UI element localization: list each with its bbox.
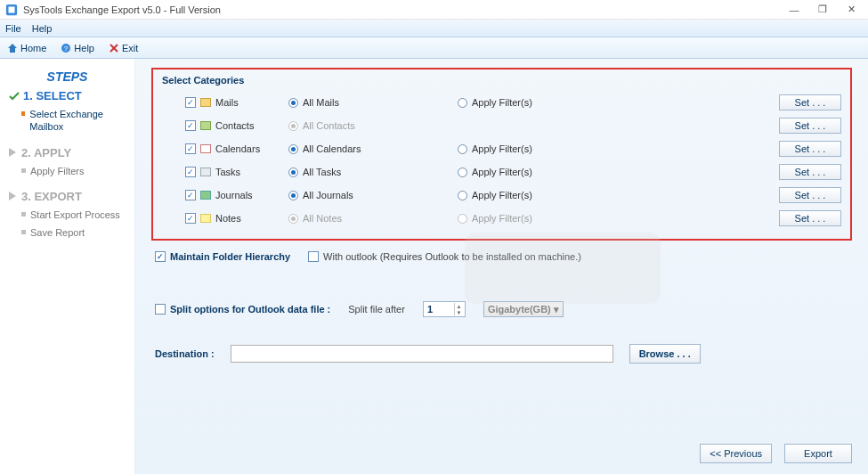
steps-heading: STEPS	[9, 69, 126, 84]
all-label: All Mails	[303, 97, 339, 108]
window-maximize-button[interactable]: ❐	[816, 4, 829, 16]
category-label: Mails	[215, 97, 239, 108]
menu-help[interactable]: Help	[32, 23, 53, 34]
bullet-icon	[21, 168, 26, 173]
category-label: Calendars	[215, 143, 260, 154]
category-row-notes: ✓NotesAll NotesApply Filter(s)Set . . .	[162, 207, 841, 230]
category-label: Journals	[215, 190, 253, 200]
step-1-sub[interactable]: Select Exchange Mailbox	[21, 108, 126, 134]
category-checkbox-contacts[interactable]: ✓	[185, 120, 196, 131]
step-1-select[interactable]: 1. SELECT	[9, 89, 126, 102]
category-label: Notes	[215, 213, 241, 224]
toolbar-home[interactable]: Home	[7, 43, 46, 53]
destination-label: Destination :	[155, 348, 215, 359]
menu-file[interactable]: File	[5, 23, 21, 34]
set-button-mails[interactable]: Set . . .	[779, 94, 841, 110]
menu-bar: File Help	[0, 20, 868, 37]
category-label: Tasks	[215, 167, 240, 177]
destination-input[interactable]	[231, 345, 613, 363]
split-option-checkbox[interactable]	[155, 304, 166, 315]
apply-filter-label: Apply Filter(s)	[472, 143, 532, 154]
step-3-sub1[interactable]: Start Export Process	[21, 208, 126, 221]
notes-icon	[200, 214, 211, 223]
bullet-icon	[21, 230, 26, 234]
with-outlook-label: With outlook (Requires Outlook to be ins…	[323, 251, 581, 262]
split-size-value: 1	[427, 304, 433, 315]
step-3-sub1-label: Start Export Process	[30, 208, 120, 221]
browse-button[interactable]: Browse . . .	[629, 344, 701, 364]
toolbar-exit-label: Exit	[122, 43, 138, 53]
toolbar-exit[interactable]: Exit	[109, 43, 138, 53]
split-unit-dropdown[interactable]: Gigabyte(GB) ▾	[483, 301, 564, 317]
maintain-hierarchy-checkbox[interactable]: ✓	[155, 251, 166, 262]
category-label: Contacts	[215, 120, 254, 131]
home-icon	[7, 43, 18, 53]
all-tasks-radio[interactable]	[288, 168, 298, 177]
all-label: All Tasks	[303, 167, 341, 177]
window-minimize-button[interactable]: —	[788, 4, 800, 16]
spinner-down-icon[interactable]: ▼	[454, 309, 463, 315]
step-1-sub-label: Select Exchange Mailbox	[29, 108, 126, 134]
apply-filter-tasks-radio[interactable]	[458, 168, 467, 177]
all-label: All Journals	[303, 190, 353, 200]
category-checkbox-tasks[interactable]: ✓	[185, 167, 196, 177]
category-row-journals: ✓JournalsAll JournalsApply Filter(s)Set …	[162, 184, 841, 207]
category-row-calendars: ✓CalendarsAll CalendarsApply Filter(s)Se…	[162, 137, 841, 160]
tasks-icon	[200, 168, 211, 176]
set-button-tasks[interactable]: Set . . .	[779, 164, 841, 180]
apply-filter-notes-radio	[458, 214, 467, 224]
step-2-sub[interactable]: Apply Filters	[21, 165, 126, 177]
split-size-spinner[interactable]: 1 ▲▼	[423, 301, 466, 317]
window-title: SysTools Exchange Export v5.0 - Full Ver…	[23, 4, 788, 15]
previous-button[interactable]: << Previous	[700, 444, 772, 463]
category-checkbox-notes[interactable]: ✓	[185, 213, 196, 224]
apply-filter-calendars-radio[interactable]	[458, 144, 467, 154]
exit-icon	[109, 43, 119, 53]
split-unit-value: Gigabyte(GB)	[488, 304, 551, 315]
category-checkbox-journals[interactable]: ✓	[185, 190, 196, 200]
step-2-label: 2. APPLY	[21, 146, 71, 159]
export-button[interactable]: Export	[784, 444, 852, 463]
all-calendars-radio[interactable]	[288, 144, 298, 154]
category-checkbox-calendars[interactable]: ✓	[185, 143, 196, 154]
apply-filter-label: Apply Filter(s)	[472, 190, 532, 200]
set-button-contacts[interactable]: Set . . .	[779, 118, 841, 134]
maintain-hierarchy-label: Maintain Folder Hierarchy	[170, 251, 290, 262]
apply-filter-label: Apply Filter(s)	[472, 97, 532, 108]
category-row-tasks: ✓TasksAll TasksApply Filter(s)Set . . .	[162, 160, 841, 184]
set-button-journals[interactable]: Set . . .	[779, 187, 841, 203]
all-mails-radio[interactable]	[288, 98, 298, 108]
step-3-export[interactable]: 3. EXPORT	[9, 190, 126, 203]
with-outlook-checkbox[interactable]	[308, 251, 319, 262]
set-button-calendars[interactable]: Set . . .	[779, 141, 841, 157]
toolbar: Home ? Help Exit	[0, 37, 868, 59]
all-label: All Calendars	[303, 143, 361, 154]
step-3-sub2[interactable]: Save Report	[21, 226, 126, 239]
window-close-button[interactable]: ✕	[845, 4, 857, 16]
app-icon	[5, 4, 18, 16]
bullet-icon	[21, 111, 25, 116]
main-panel: Select Categories ✓MailsAll MailsApply F…	[135, 59, 868, 474]
chevron-down-icon: ▾	[554, 304, 559, 315]
sidebar-steps: STEPS 1. SELECT Select Exchange Mailbox …	[0, 59, 135, 474]
toolbar-home-label: Home	[20, 43, 46, 53]
step-2-apply[interactable]: 2. APPLY	[9, 146, 126, 159]
all-label: All Contacts	[303, 120, 355, 131]
spinner-up-icon[interactable]: ▲	[454, 303, 463, 309]
step-1-label: 1. SELECT	[23, 89, 82, 102]
set-button-notes[interactable]: Set . . .	[779, 210, 841, 226]
all-contacts-radio	[288, 121, 298, 131]
apply-filter-label: Apply Filter(s)	[472, 213, 532, 224]
categories-box: Select Categories ✓MailsAll MailsApply F…	[151, 68, 852, 241]
svg-rect-1	[9, 6, 15, 12]
help-icon: ?	[61, 43, 71, 53]
category-row-mails: ✓MailsAll MailsApply Filter(s)Set . . .	[162, 91, 841, 114]
apply-filter-journals-radio[interactable]	[458, 191, 467, 200]
category-row-contacts: ✓ContactsAll ContactsSet . . .	[162, 114, 841, 137]
category-checkbox-mails[interactable]: ✓	[185, 97, 196, 108]
step-3-label: 3. EXPORT	[21, 190, 82, 203]
window-titlebar: SysTools Exchange Export v5.0 - Full Ver…	[0, 0, 868, 20]
apply-filter-mails-radio[interactable]	[458, 98, 467, 108]
all-journals-radio[interactable]	[288, 191, 298, 200]
toolbar-help[interactable]: ? Help	[61, 43, 94, 53]
